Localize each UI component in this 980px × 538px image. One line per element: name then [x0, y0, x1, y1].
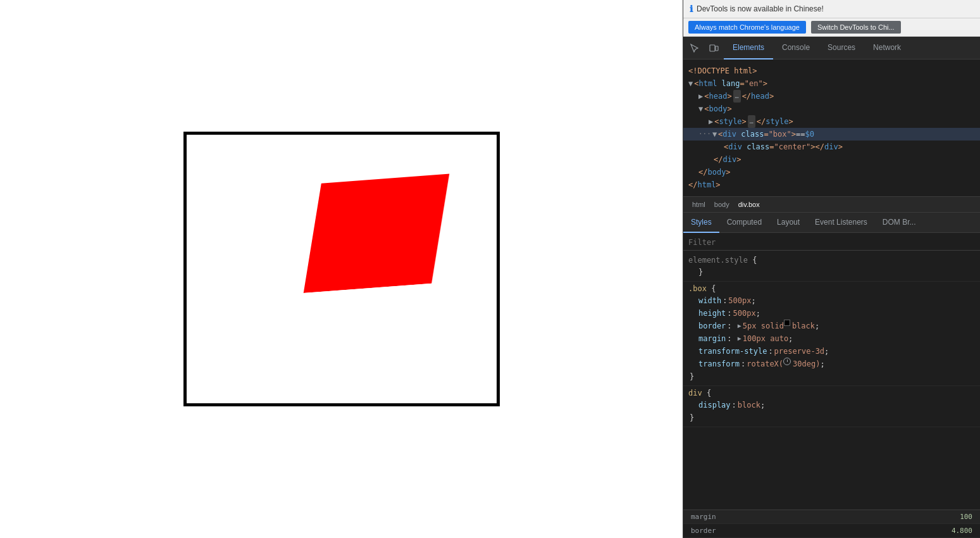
demo-box	[183, 132, 500, 406]
box-model-value-margin: 100	[741, 513, 972, 521]
expand-triangle: ▼	[698, 103, 703, 115]
style-closing-brace: }	[688, 266, 975, 278]
dom-line-html[interactable]: ▼ <html lang="en">	[683, 77, 980, 90]
style-prop-border[interactable]: border : ▶ 5px solid black ;	[688, 320, 975, 332]
notification-text: DevTools is now available in Chinese!	[697, 4, 974, 13]
style-prop-transform[interactable]: transform : rotateX( 30deg) ;	[688, 358, 975, 370]
dom-line-doctype[interactable]: <!DOCTYPE html>	[683, 65, 980, 77]
svg-rect-0	[710, 45, 715, 51]
match-language-button[interactable]: Always match Chrome's language	[688, 21, 806, 34]
style-rule-div: div { display : block ; }	[683, 386, 980, 427]
breadcrumb: html body div.box	[683, 196, 980, 213]
style-panel-tabs: Styles Computed Layout Event Listeners D…	[683, 213, 980, 233]
style-tab-layout[interactable]: Layout	[769, 213, 807, 233]
box-model-label-border: border	[691, 527, 741, 535]
breadcrumb-body[interactable]: body	[710, 199, 733, 210]
box-model-row-margin: margin 100	[683, 510, 980, 524]
tab-sources[interactable]: Sources	[819, 37, 864, 59]
color-swatch-black[interactable]	[784, 320, 790, 326]
style-selector-div: div {	[688, 389, 975, 397]
style-box-closing-brace: }	[688, 370, 975, 383]
styles-content: element.style { } .box { width : 500px ;…	[683, 251, 980, 510]
devtools-panel: ℹ DevTools is now available in Chinese! …	[683, 0, 980, 538]
dom-line-box-div[interactable]: ··· ▼ <div class="box"> == $0	[683, 128, 980, 141]
device-icon-button[interactable]	[705, 39, 723, 57]
tab-console[interactable]: Console	[773, 37, 819, 59]
style-tab-styles[interactable]: Styles	[683, 213, 719, 233]
tab-elements[interactable]: Elements	[724, 37, 773, 59]
main-page	[0, 0, 683, 538]
lang-bar: Always match Chrome's language Switch De…	[683, 18, 980, 37]
dom-line-head[interactable]: ▶ <head> … </head>	[683, 90, 980, 103]
style-prop-height[interactable]: height : 500px ;	[688, 307, 975, 320]
style-selector-box: .box {	[688, 284, 975, 293]
style-prop-transform-style[interactable]: transform-style : preserve-3d ;	[688, 345, 975, 358]
filter-input[interactable]	[688, 238, 975, 247]
breadcrumb-html[interactable]: html	[688, 199, 709, 210]
devtools-notification: ℹ DevTools is now available in Chinese!	[683, 0, 980, 18]
dom-line-box-close[interactable]: </div>	[683, 153, 980, 166]
cursor-icon-button[interactable]	[686, 39, 704, 57]
filter-bar	[683, 233, 980, 251]
box-model-label-margin: margin	[691, 513, 741, 521]
style-prop-display[interactable]: display : block ;	[688, 399, 975, 411]
dom-tree: <!DOCTYPE html> ▼ <html lang="en"> ▶ <he…	[683, 59, 980, 196]
dom-line-style[interactable]: ▶ <style> … </style>	[683, 115, 980, 128]
box-model-section: margin 100 border 4.800	[683, 510, 980, 538]
style-tab-computed[interactable]: Computed	[719, 213, 769, 233]
devtools-tabs-bar: Elements Console Sources Network	[683, 37, 980, 59]
box-model-value-border: 4.800	[741, 527, 972, 535]
box-model-row-border: border 4.800	[683, 524, 980, 538]
dom-line-center-div[interactable]: <div class="center"></div>	[683, 141, 980, 153]
tab-network[interactable]: Network	[864, 37, 910, 59]
style-tab-dom-breakpoints[interactable]: DOM Br...	[875, 213, 924, 233]
svg-rect-1	[716, 46, 718, 51]
style-rule-element: element.style { }	[683, 253, 980, 282]
dom-line-body[interactable]: ▼ <body>	[683, 103, 980, 115]
dom-line-html-close[interactable]: </html>	[683, 178, 980, 191]
style-div-closing-brace: }	[688, 411, 975, 424]
style-tab-event-listeners[interactable]: Event Listeners	[807, 213, 875, 233]
expand-triangle: ▼	[712, 128, 717, 141]
expand-arrow-border[interactable]: ▶	[738, 320, 741, 332]
expand-arrow-margin[interactable]: ▶	[738, 332, 741, 345]
switch-devtools-button[interactable]: Switch DevTools to Chi...	[811, 21, 901, 34]
expand-triangle: ▶	[698, 90, 703, 103]
style-rule-box: .box { width : 500px ; height : 500px ; …	[683, 282, 980, 386]
expand-triangle: ▶	[709, 115, 713, 128]
info-icon: ℹ	[690, 4, 693, 14]
style-prop-width[interactable]: width : 500px ;	[688, 294, 975, 307]
style-prop-margin[interactable]: margin : ▶ 100px auto ;	[688, 332, 975, 345]
style-selector: element.style {	[688, 256, 975, 265]
breadcrumb-div-box[interactable]: div.box	[735, 199, 764, 210]
center-div	[303, 174, 449, 293]
dom-line-body-close[interactable]: </body>	[683, 166, 980, 178]
clock-icon[interactable]	[783, 358, 791, 365]
expand-triangle: ▼	[688, 77, 693, 90]
